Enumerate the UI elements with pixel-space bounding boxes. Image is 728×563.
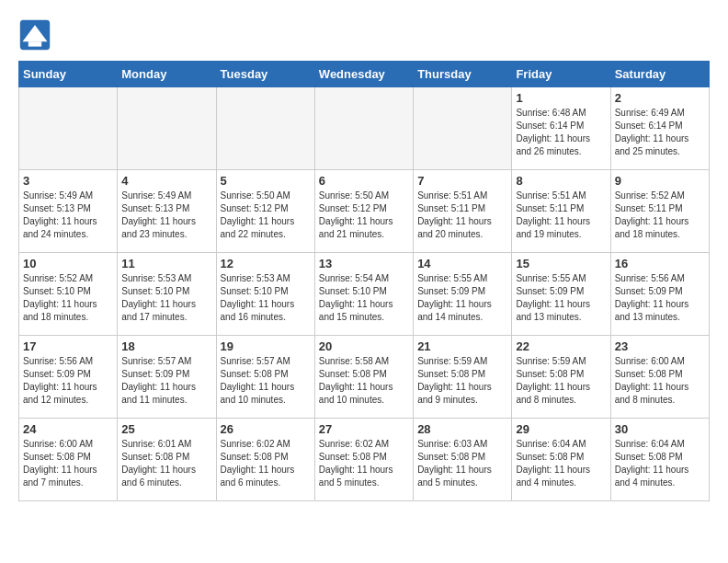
day-number: 30 [615,422,705,436]
week-row-3: 17Sunrise: 5:56 AM Sunset: 5:09 PM Dayli… [19,336,710,419]
day-number: 13 [319,257,409,270]
header-sunday: Sunday [19,62,118,87]
calendar-cell: 21Sunrise: 5:59 AM Sunset: 5:08 PM Dayli… [414,336,512,419]
calendar-cell: 22Sunrise: 5:59 AM Sunset: 5:08 PM Dayli… [512,336,610,419]
page-header [18,18,710,52]
calendar-cell: 17Sunrise: 5:56 AM Sunset: 5:09 PM Dayli… [19,336,118,419]
header-friday: Friday [512,62,610,87]
calendar-cell: 16Sunrise: 5:56 AM Sunset: 5:09 PM Dayli… [610,253,709,336]
day-number: 15 [516,257,606,270]
header-thursday: Thursday [414,62,512,87]
cell-content: Sunrise: 5:59 AM Sunset: 5:08 PM Dayligh… [417,355,507,407]
cell-content: Sunrise: 5:53 AM Sunset: 5:10 PM Dayligh… [121,272,211,324]
cell-content: Sunrise: 5:53 AM Sunset: 5:10 PM Dayligh… [221,272,311,324]
cell-content: Sunrise: 5:50 AM Sunset: 5:12 PM Dayligh… [319,190,409,241]
day-number: 23 [615,339,705,353]
day-number: 3 [23,174,113,188]
day-number: 27 [319,422,409,436]
cell-content: Sunrise: 6:02 AM Sunset: 5:08 PM Dayligh… [221,438,311,489]
calendar-cell: 14Sunrise: 5:55 AM Sunset: 5:09 PM Dayli… [414,253,512,336]
calendar-cell: 1Sunrise: 6:48 AM Sunset: 6:14 PM Daylig… [512,87,610,170]
calendar-cell: 28Sunrise: 6:03 AM Sunset: 5:08 PM Dayli… [414,419,512,501]
calendar-cell: 15Sunrise: 5:55 AM Sunset: 5:09 PM Dayli… [512,253,610,336]
calendar-cell: 18Sunrise: 5:57 AM Sunset: 5:09 PM Dayli… [118,336,216,419]
calendar-cell: 5Sunrise: 5:50 AM Sunset: 5:12 PM Daylig… [216,170,314,253]
cell-content: Sunrise: 6:03 AM Sunset: 5:08 PM Dayligh… [417,438,507,489]
calendar-cell: 8Sunrise: 5:51 AM Sunset: 5:11 PM Daylig… [512,170,610,253]
calendar-cell: 2Sunrise: 6:49 AM Sunset: 6:14 PM Daylig… [610,87,709,170]
day-number: 14 [417,257,507,270]
day-number: 5 [221,174,311,188]
day-number: 24 [23,422,113,436]
day-number: 9 [615,174,705,188]
cell-content: Sunrise: 5:55 AM Sunset: 5:09 PM Dayligh… [417,272,507,324]
day-number: 2 [615,91,705,105]
calendar-cell: 24Sunrise: 6:00 AM Sunset: 5:08 PM Dayli… [19,419,118,501]
cell-content: Sunrise: 5:57 AM Sunset: 5:08 PM Dayligh… [221,355,311,407]
calendar-cell: 7Sunrise: 5:51 AM Sunset: 5:11 PM Daylig… [414,170,512,253]
logo-icon [18,18,51,52]
cell-content: Sunrise: 6:02 AM Sunset: 5:08 PM Dayligh… [319,438,409,489]
day-number: 28 [417,422,507,436]
calendar-cell: 20Sunrise: 5:58 AM Sunset: 5:08 PM Dayli… [314,336,413,419]
week-row-4: 24Sunrise: 6:00 AM Sunset: 5:08 PM Dayli… [19,419,710,501]
calendar-cell: 12Sunrise: 5:53 AM Sunset: 5:10 PM Dayli… [216,253,314,336]
calendar-cell: 9Sunrise: 5:52 AM Sunset: 5:11 PM Daylig… [610,170,709,253]
logo [18,18,57,52]
day-number: 11 [121,257,211,270]
calendar-cell: 4Sunrise: 5:49 AM Sunset: 5:13 PM Daylig… [118,170,216,253]
calendar-cell: 10Sunrise: 5:52 AM Sunset: 5:10 PM Dayli… [19,253,118,336]
day-number: 12 [221,257,311,270]
day-number: 10 [23,257,113,270]
calendar-cell: 29Sunrise: 6:04 AM Sunset: 5:08 PM Dayli… [512,419,610,501]
calendar-table: SundayMondayTuesdayWednesdayThursdayFrid… [18,61,710,501]
header-tuesday: Tuesday [216,62,314,87]
week-row-1: 3Sunrise: 5:49 AM Sunset: 5:13 PM Daylig… [19,170,710,253]
day-number: 20 [319,339,409,353]
cell-content: Sunrise: 6:00 AM Sunset: 5:08 PM Dayligh… [23,438,113,489]
header-wednesday: Wednesday [314,62,413,87]
calendar-cell [314,87,413,170]
week-row-0: 1Sunrise: 6:48 AM Sunset: 6:14 PM Daylig… [19,87,710,170]
calendar-cell: 6Sunrise: 5:50 AM Sunset: 5:12 PM Daylig… [314,170,413,253]
calendar-header-row: SundayMondayTuesdayWednesdayThursdayFrid… [19,62,710,87]
day-number: 26 [221,422,311,436]
calendar-cell: 13Sunrise: 5:54 AM Sunset: 5:10 PM Dayli… [314,253,413,336]
cell-content: Sunrise: 5:49 AM Sunset: 5:13 PM Dayligh… [121,190,211,241]
day-number: 21 [417,339,507,353]
day-number: 16 [615,257,705,270]
calendar-cell [414,87,512,170]
calendar-cell: 3Sunrise: 5:49 AM Sunset: 5:13 PM Daylig… [19,170,118,253]
day-number: 4 [121,174,211,188]
cell-content: Sunrise: 6:48 AM Sunset: 6:14 PM Dayligh… [516,107,606,158]
cell-content: Sunrise: 5:52 AM Sunset: 5:11 PM Dayligh… [615,190,705,241]
day-number: 18 [121,339,211,353]
cell-content: Sunrise: 5:57 AM Sunset: 5:09 PM Dayligh… [121,355,211,407]
day-number: 6 [319,174,409,188]
calendar-cell: 19Sunrise: 5:57 AM Sunset: 5:08 PM Dayli… [216,336,314,419]
calendar-cell: 25Sunrise: 6:01 AM Sunset: 5:08 PM Dayli… [118,419,216,501]
calendar-cell: 26Sunrise: 6:02 AM Sunset: 5:08 PM Dayli… [216,419,314,501]
day-number: 17 [23,339,113,353]
cell-content: Sunrise: 6:49 AM Sunset: 6:14 PM Dayligh… [615,107,705,158]
cell-content: Sunrise: 6:04 AM Sunset: 5:08 PM Dayligh… [615,438,705,489]
day-number: 19 [221,339,311,353]
cell-content: Sunrise: 6:01 AM Sunset: 5:08 PM Dayligh… [121,438,211,489]
calendar-cell: 11Sunrise: 5:53 AM Sunset: 5:10 PM Dayli… [118,253,216,336]
calendar-cell: 27Sunrise: 6:02 AM Sunset: 5:08 PM Dayli… [314,419,413,501]
cell-content: Sunrise: 5:51 AM Sunset: 5:11 PM Dayligh… [516,190,606,241]
cell-content: Sunrise: 5:52 AM Sunset: 5:10 PM Dayligh… [23,272,113,324]
cell-content: Sunrise: 5:55 AM Sunset: 5:09 PM Dayligh… [516,272,606,324]
calendar-cell: 23Sunrise: 6:00 AM Sunset: 5:08 PM Dayli… [610,336,709,419]
week-row-2: 10Sunrise: 5:52 AM Sunset: 5:10 PM Dayli… [19,253,710,336]
calendar-cell [216,87,314,170]
svg-rect-2 [28,41,41,46]
cell-content: Sunrise: 5:56 AM Sunset: 5:09 PM Dayligh… [615,272,705,324]
cell-content: Sunrise: 5:49 AM Sunset: 5:13 PM Dayligh… [23,190,113,241]
cell-content: Sunrise: 5:51 AM Sunset: 5:11 PM Dayligh… [417,190,507,241]
day-number: 8 [516,174,606,188]
cell-content: Sunrise: 5:54 AM Sunset: 5:10 PM Dayligh… [319,272,409,324]
calendar-cell [118,87,216,170]
day-number: 7 [417,174,507,188]
cell-content: Sunrise: 5:50 AM Sunset: 5:12 PM Dayligh… [221,190,311,241]
